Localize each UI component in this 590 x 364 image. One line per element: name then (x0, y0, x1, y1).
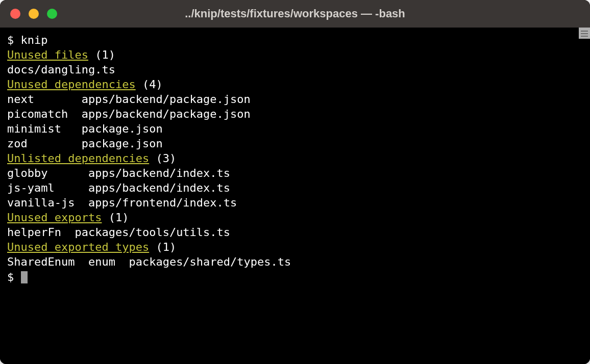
maximize-button[interactable] (47, 9, 57, 19)
window-title: ../knip/tests/fixtures/workspaces — -bas… (0, 7, 590, 20)
section-header-text: Unused dependencies (7, 78, 136, 91)
output-row: next apps/backend/package.json (7, 92, 583, 107)
section-count: (1) (102, 211, 129, 224)
section-header-line: Unused dependencies (4) (7, 77, 583, 92)
section-header-line: Unused files (1) (7, 47, 583, 62)
section-count: (1) (149, 241, 176, 253)
section-header-line: Unlisted dependencies (3) (7, 151, 583, 166)
section-header-text: Unlisted dependencies (7, 152, 149, 165)
command-line: $ knip (7, 33, 583, 47)
section-count: (4) (136, 78, 163, 91)
minimize-button[interactable] (29, 9, 39, 19)
scrollbar[interactable] (579, 28, 590, 364)
traffic-lights (0, 9, 57, 19)
section-count: (1) (88, 48, 115, 61)
output-row: zod package.json (7, 136, 583, 151)
section-count: (3) (149, 152, 176, 165)
prompt-symbol: $ (7, 271, 21, 283)
output-row: SharedEnum enum packages/shared/types.ts (7, 254, 583, 269)
cursor (21, 271, 28, 283)
close-button[interactable] (10, 9, 20, 19)
section-header-line: Unused exports (1) (7, 210, 583, 225)
section-header-text: Unused exports (7, 211, 102, 224)
section-header-text: Unused exported types (7, 241, 149, 253)
output-row: js-yaml apps/backend/index.ts (7, 180, 583, 195)
output-row: helperFn packages/tools/utils.ts (7, 225, 583, 240)
prompt-symbol: $ (7, 34, 21, 46)
titlebar: ../knip/tests/fixtures/workspaces — -bas… (0, 0, 590, 28)
prompt-line: $ (7, 270, 583, 284)
scrollbar-lines-icon[interactable] (579, 28, 590, 39)
command-text: knip (21, 34, 48, 46)
terminal-window: ../knip/tests/fixtures/workspaces — -bas… (0, 0, 590, 364)
section-header-text: Unused files (7, 48, 88, 61)
output-row: docs/dangling.ts (7, 62, 583, 77)
output-row: minimist package.json (7, 121, 583, 136)
output-row: globby apps/backend/index.ts (7, 166, 583, 180)
terminal-body[interactable]: $ knipUnused files (1)docs/dangling.tsUn… (0, 28, 590, 364)
output-row: vanilla-js apps/frontend/index.ts (7, 195, 583, 210)
output-row: picomatch apps/backend/package.json (7, 107, 583, 121)
section-header-line: Unused exported types (1) (7, 240, 583, 254)
